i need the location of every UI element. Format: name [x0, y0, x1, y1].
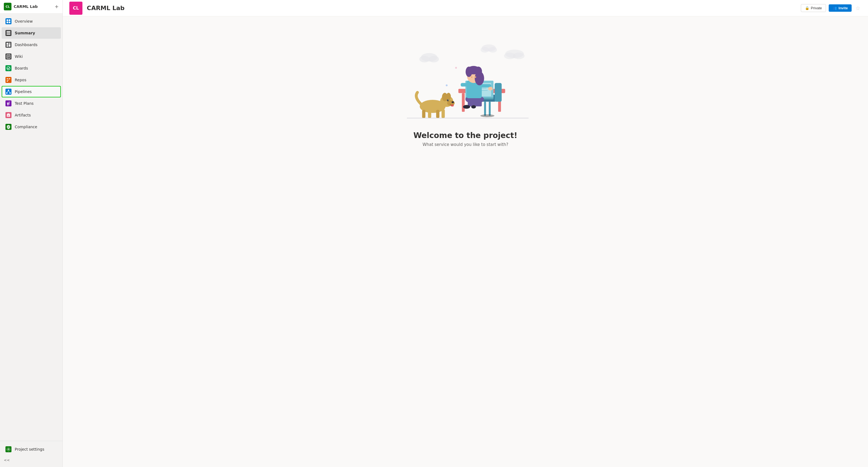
- svg-rect-81: [422, 110, 425, 118]
- svg-rect-2: [6, 22, 8, 23]
- collapse-icon: <<: [4, 458, 10, 462]
- svg-rect-8: [9, 43, 10, 44]
- svg-rect-47: [489, 102, 491, 116]
- svg-rect-50: [495, 83, 502, 102]
- project-name: CARML Lab: [87, 5, 124, 11]
- invite-label: Invite: [839, 6, 848, 10]
- sidebar-item-artifacts[interactable]: Artifacts: [2, 109, 61, 121]
- lock-icon: 🔒: [805, 6, 809, 10]
- svg-rect-5: [6, 32, 10, 33]
- sidebar-item-compliance-label: Compliance: [15, 125, 37, 129]
- welcome-text: Welcome to the project! What service wou…: [408, 126, 523, 153]
- sidebar-item-boards-label: Boards: [15, 66, 28, 70]
- svg-rect-7: [6, 43, 8, 45]
- svg-rect-83: [436, 110, 439, 118]
- svg-point-15: [7, 67, 10, 70]
- private-label: Private: [811, 6, 822, 10]
- svg-point-24: [9, 93, 11, 94]
- svg-point-68: [466, 67, 472, 77]
- dashboards-icon: [5, 42, 11, 48]
- sidebar-item-repos-label: Repos: [15, 78, 26, 82]
- svg-point-76: [452, 101, 454, 103]
- svg-point-80: [448, 100, 448, 101]
- svg-point-31: [8, 449, 9, 450]
- sidebar-item-compliance[interactable]: Compliance: [2, 121, 61, 133]
- testplans-icon: [5, 100, 11, 106]
- svg-rect-4: [6, 31, 10, 32]
- sidebar-item-wiki[interactable]: Wiki: [2, 51, 61, 62]
- header-actions: 🔒 Private 👥 Invite ☆: [801, 4, 862, 12]
- project-title-area: CL CARML Lab: [69, 2, 124, 15]
- svg-rect-3: [9, 22, 10, 23]
- sidebar-item-settings[interactable]: Project settings: [2, 443, 61, 455]
- sidebar-item-summary-label: Summary: [15, 31, 35, 35]
- svg-point-16: [7, 78, 8, 79]
- top-header: CL CARML Lab 🔒 Private 👥 Invite ☆: [63, 0, 868, 16]
- sidebar-item-dashboards[interactable]: Dashboards: [2, 39, 61, 51]
- svg-point-33: [419, 56, 430, 63]
- svg-line-26: [8, 91, 10, 93]
- svg-rect-44: [462, 93, 465, 112]
- summary-icon: [5, 30, 11, 36]
- settings-icon: [5, 446, 11, 452]
- svg-point-78: [446, 93, 451, 100]
- private-button[interactable]: 🔒 Private: [801, 4, 826, 12]
- invite-button[interactable]: 👥 Invite: [829, 4, 851, 12]
- sidebar-item-repos[interactable]: Repos: [2, 74, 61, 86]
- svg-rect-59: [468, 97, 482, 106]
- welcome-illustration: Welcome to the project! What service wou…: [343, 16, 588, 153]
- sidebar: CL CARML Lab + Overview: [0, 0, 63, 467]
- sidebar-item-pipelines[interactable]: Pipelines: [2, 86, 61, 97]
- svg-point-85: [451, 104, 454, 107]
- sidebar-item-testplans-label: Test Plans: [15, 101, 34, 106]
- add-project-button[interactable]: +: [55, 4, 59, 9]
- main-content: CL CARML Lab 🔒 Private 👥 Invite ☆: [63, 0, 868, 467]
- svg-rect-82: [428, 110, 431, 118]
- svg-point-22: [8, 90, 9, 91]
- overview-icon: [5, 18, 11, 24]
- boards-icon: [5, 65, 11, 71]
- sidebar-item-pipelines-label: Pipelines: [15, 90, 32, 94]
- svg-rect-10: [9, 44, 10, 47]
- sidebar-footer: Project settings <<: [0, 441, 63, 467]
- sidebar-org-area[interactable]: CL CARML Lab: [4, 3, 38, 10]
- sidebar-item-boards[interactable]: Boards: [2, 63, 61, 74]
- svg-point-61: [471, 105, 476, 108]
- sidebar-item-overview-label: Overview: [15, 19, 33, 24]
- sidebar-item-wiki-label: Wiki: [15, 54, 23, 59]
- svg-rect-84: [442, 109, 445, 118]
- svg-point-37: [489, 47, 497, 53]
- sidebar-item-settings-label: Project settings: [15, 447, 44, 452]
- illustration-container: [343, 22, 588, 126]
- svg-line-21: [8, 79, 9, 81]
- svg-point-34: [429, 56, 439, 63]
- svg-point-70: [475, 71, 484, 85]
- svg-point-71: [471, 76, 472, 78]
- svg-point-41: [455, 67, 457, 69]
- invite-icon: 👥: [833, 6, 837, 10]
- svg-point-65: [488, 87, 493, 91]
- svg-rect-46: [484, 102, 486, 116]
- sidebar-header: CL CARML Lab +: [0, 0, 63, 13]
- wiki-icon: [5, 54, 11, 60]
- svg-point-42: [446, 84, 448, 86]
- svg-point-23: [6, 93, 8, 94]
- sidebar-nav: Overview Summary: [0, 13, 63, 441]
- star-button[interactable]: ☆: [854, 4, 862, 12]
- org-avatar: CL: [4, 3, 11, 10]
- svg-point-48: [480, 114, 494, 117]
- sidebar-item-dashboards-label: Dashboards: [15, 42, 37, 47]
- sidebar-item-testplans[interactable]: Test Plans: [2, 98, 61, 109]
- svg-rect-0: [6, 20, 8, 21]
- svg-rect-1: [9, 20, 10, 21]
- sidebar-item-summary[interactable]: Summary: [2, 27, 61, 39]
- pipelines-icon: [5, 89, 11, 95]
- sidebar-collapse-button[interactable]: <<: [0, 455, 63, 465]
- compliance-icon: [5, 124, 11, 130]
- welcome-svg: [383, 22, 547, 126]
- repos-icon: [5, 77, 11, 83]
- svg-point-72: [475, 76, 476, 78]
- svg-point-18: [7, 81, 8, 82]
- org-name: CARML Lab: [14, 4, 38, 9]
- sidebar-item-overview[interactable]: Overview: [2, 15, 61, 27]
